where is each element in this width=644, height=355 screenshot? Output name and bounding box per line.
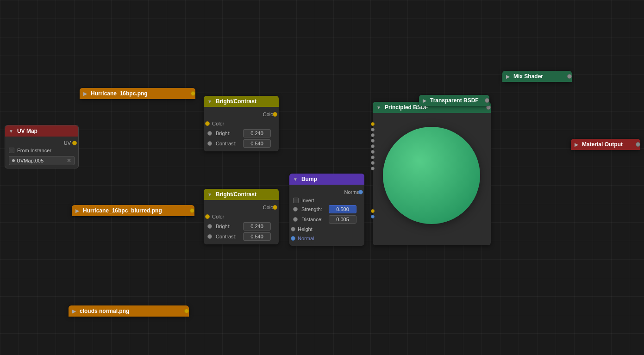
collapse-arrow-icon: ▼	[9, 129, 13, 134]
mix-output-socket[interactable]	[567, 74, 572, 79]
from-instancer-row: From Instancer	[9, 147, 75, 154]
p-socket-8[interactable]	[371, 161, 375, 165]
bump-normal-input-socket[interactable]	[291, 236, 295, 241]
p-socket-3[interactable]	[371, 133, 375, 137]
uv-output-row: UV	[9, 139, 75, 147]
bc1-contrast-label: Contrast:	[216, 141, 241, 146]
bump-distance-label: Distance:	[301, 217, 327, 222]
bc1-contrast-field[interactable]: 0.540	[243, 139, 271, 148]
principled-sphere	[383, 127, 480, 224]
principled-collapse-icon: ▼	[376, 105, 381, 110]
bump-strength-field[interactable]: 0.500	[329, 205, 356, 213]
bc1-input-row: Color	[207, 119, 275, 128]
hurricane-1-output-socket[interactable]	[191, 91, 195, 96]
hurricane-2-node[interactable]: ▶ Hurricane_16bpc_blurred.png	[72, 205, 194, 216]
bc1-collapse-icon: ▼	[207, 99, 212, 104]
transparent-output-socket[interactable]	[485, 98, 489, 103]
output-right-socket	[636, 142, 640, 147]
p-socket-5[interactable]	[371, 144, 375, 148]
bump-height-label: Height	[293, 226, 361, 232]
bump-invert-checkbox[interactable]	[293, 198, 299, 203]
clouds-normal-title: clouds normal.png	[80, 308, 129, 314]
p-socket-7[interactable]	[371, 156, 375, 159]
uv-label: UV	[64, 140, 71, 146]
uv-output-socket[interactable]	[72, 141, 77, 145]
clouds-normal-node[interactable]: ▶ clouds normal.png	[69, 305, 189, 317]
bump-normal-input-label: Normal	[293, 236, 361, 241]
transparent-title: Transparent BSDF	[430, 97, 479, 104]
bump-strength-row: Strength: 0.500	[293, 204, 361, 214]
bump-header: ▼ Bump	[289, 174, 364, 185]
uvmap-tag[interactable]: UVMap.005 ✕	[9, 156, 75, 165]
bc1-bright-field[interactable]: 0.240	[243, 129, 271, 137]
bc2-collapse-icon: ▼	[207, 192, 212, 197]
collapse-icon-3: ▶	[72, 309, 76, 314]
mix-shader-header: ▶ Mix Shader	[502, 71, 572, 82]
p-socket-1[interactable]	[371, 122, 375, 126]
principled-body	[373, 113, 491, 238]
bright-contrast-1-header: ▼ Bright/Contrast	[204, 96, 279, 107]
bc2-contrast-field[interactable]: 0.540	[243, 232, 271, 241]
p-socket-9[interactable]	[371, 167, 375, 170]
bc1-bright-socket	[207, 131, 212, 136]
p-socket-4[interactable]	[371, 139, 375, 143]
bump-normal-in-row: Normal	[293, 234, 361, 243]
uv-map-node[interactable]: ▼ UV Map UV From Instancer UVMap.005 ✕	[5, 125, 79, 168]
principled-left-sockets	[373, 122, 376, 218]
bump-node[interactable]: ▼ Bump Normal Invert Strength: 0.500 Dis…	[289, 174, 364, 246]
p-socket-normal[interactable]	[371, 215, 375, 218]
from-instancer-checkbox[interactable]	[9, 148, 14, 153]
p-socket-6[interactable]	[371, 150, 375, 154]
bump-body: Normal Invert Strength: 0.500 Distance: …	[289, 185, 364, 246]
bright-contrast-2-title: Bright/Contrast	[216, 191, 256, 198]
mix-shader-title: Mix Shader	[513, 73, 543, 80]
bc2-color-out-row: Color	[207, 203, 275, 212]
clouds-normal-header: ▶ clouds normal.png	[69, 305, 189, 317]
bc1-color-input-socket[interactable]	[205, 121, 210, 126]
bc2-bright-field[interactable]: 0.240	[243, 222, 271, 230]
bc2-color-input-socket[interactable]	[205, 214, 210, 219]
uvmap-remove-button[interactable]: ✕	[67, 157, 71, 164]
transparent-bsdf-header: ▶ Transparent BSDF	[419, 95, 489, 106]
bump-title: Bump	[301, 176, 317, 182]
bump-distance-field[interactable]: 0.005	[329, 215, 356, 224]
uv-map-title: UV Map	[17, 128, 38, 134]
p-socket-2[interactable]	[371, 128, 375, 131]
bc1-bright-label: Bright:	[216, 131, 241, 136]
collapse-icon: ▶	[83, 91, 87, 96]
bump-strength-label: Strength:	[301, 206, 327, 212]
bump-distance-row: Distance: 0.005	[293, 214, 361, 224]
material-output-header: ▶ Material Output	[571, 139, 640, 150]
from-instancer-label: From Instancer	[17, 148, 51, 153]
principled-bsdf-node[interactable]: ▼ Principled BSDF	[373, 102, 491, 245]
transparent-bsdf-node[interactable]: ▶ Transparent BSDF	[419, 95, 489, 106]
bc2-color-output-socket[interactable]	[273, 205, 277, 210]
bump-height-row: Height	[293, 224, 361, 234]
bc2-color-out-label: Color	[207, 205, 275, 210]
bump-normal-out-label: Normal	[293, 189, 361, 195]
bump-distance-socket	[293, 217, 298, 222]
bc1-input-label: Color	[207, 121, 275, 126]
bright-contrast-1-title: Bright/Contrast	[216, 98, 256, 105]
bump-normal-output-socket[interactable]	[358, 190, 363, 194]
bright-contrast-2-node[interactable]: ▼ Bright/Contrast Color Color Bright: 0.…	[204, 189, 279, 244]
bc2-input-row: Color	[207, 212, 275, 221]
bc1-color-output-socket[interactable]	[273, 112, 277, 117]
material-output-node[interactable]: ▶ Material Output	[571, 139, 640, 150]
bc1-color-label: Color	[207, 112, 275, 117]
bc2-bright-row: Bright: 0.240	[207, 221, 275, 231]
bump-height-socket[interactable]	[291, 227, 295, 231]
bright-contrast-1-node[interactable]: ▼ Bright/Contrast Color Color Bright: 0.…	[204, 96, 279, 151]
bc1-contrast-socket	[207, 141, 212, 146]
bc2-contrast-socket	[207, 234, 212, 239]
bright-contrast-1-body: Color Color Bright: 0.240 Contrast: 0.54…	[204, 107, 279, 151]
hurricane-1-header: ▶ Hurricane_16bpc.png	[80, 88, 195, 99]
clouds-output-socket[interactable]	[184, 309, 189, 313]
output-collapse-icon: ▶	[575, 142, 578, 147]
material-output-title: Material Output	[582, 141, 623, 148]
bc2-input-label: Color	[207, 214, 275, 219]
hurricane-2-output-socket[interactable]	[190, 208, 194, 213]
p-socket-10[interactable]	[371, 209, 375, 213]
hurricane-1-node[interactable]: ▶ Hurricane_16bpc.png	[80, 88, 195, 99]
mix-shader-node[interactable]: ▶ Mix Shader	[502, 71, 572, 82]
